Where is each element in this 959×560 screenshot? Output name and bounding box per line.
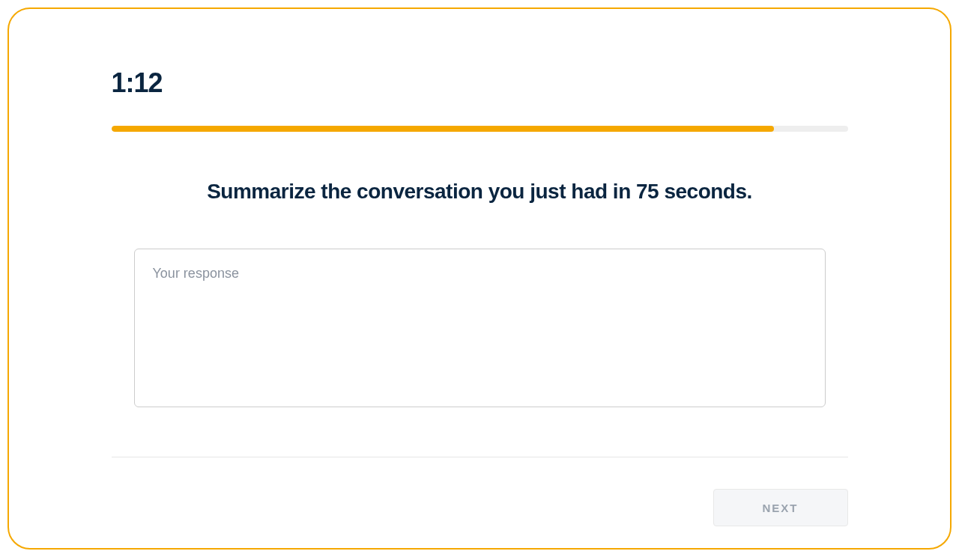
response-wrap bbox=[112, 249, 848, 410]
prompt-text: Summarize the conversation you just had … bbox=[112, 180, 848, 204]
content-area: 1:12 Summarize the conversation you just… bbox=[112, 67, 848, 410]
task-card: 1:12 Summarize the conversation you just… bbox=[7, 7, 952, 550]
footer: NEXT bbox=[112, 457, 848, 526]
next-button[interactable]: NEXT bbox=[713, 489, 848, 526]
response-input[interactable] bbox=[134, 249, 826, 407]
timer-display: 1:12 bbox=[112, 67, 848, 99]
progress-fill bbox=[112, 126, 775, 132]
progress-bar bbox=[112, 126, 848, 132]
